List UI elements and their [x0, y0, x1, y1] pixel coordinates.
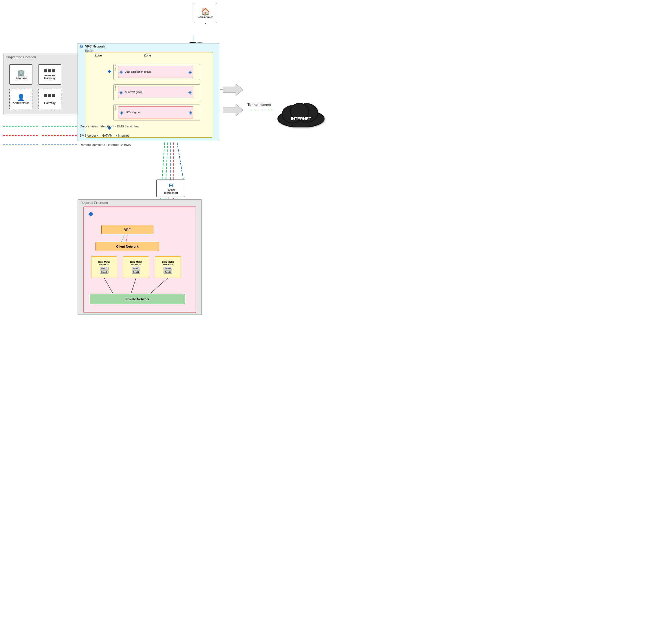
database-component: 🏢 Database: [9, 64, 32, 85]
inner-pink-box: ◆ VRF Client Network Bare MetalServer #1…: [83, 206, 196, 313]
legend-text-3: Remote location <– internet –> BMS: [80, 143, 131, 146]
svg-marker-34: [223, 104, 243, 116]
legend-line-red-2: [42, 135, 77, 136]
to-internet-label: To the internet: [248, 103, 271, 107]
diagram-container: 🏠 Administator INTERNET On-premises loca…: [0, 0, 336, 321]
legend-section: On-premises network <–> BMS traffic flow…: [3, 125, 139, 152]
administrator-top: 🏠 Administator: [194, 3, 217, 23]
administrator-onprem: 👤 Administator: [9, 89, 32, 109]
legend-item-3: Remote location <– internet –> BMS: [3, 143, 139, 146]
arrow-right-2: [223, 104, 243, 117]
gcp-logo: ◆: [88, 210, 93, 217]
legend-item-1: On-premises network <–> BMS traffic flow: [3, 125, 139, 128]
legend-line-green: [3, 126, 38, 127]
legend-line-red: [3, 135, 38, 136]
partner-interconnect: ⊞ PartnerInterconnect: [156, 180, 185, 197]
gateway2-component: ⬛⬛⬛ — — — Gateway: [38, 89, 61, 109]
bms-server-1: Bare MetalServer #1 Bond0 Bond1: [91, 256, 117, 278]
natvm-group: ◈ NATVM group ◈: [118, 106, 193, 118]
private-network-box: Private Network: [90, 294, 185, 304]
legend-text-1: On-premises network <–> BMS traffic flow: [80, 125, 139, 128]
on-premises-box: On-premises location 🏢 Database ⬛⬛⬛ — — …: [3, 54, 84, 114]
jumpvm-group: ◈ JumpVM group ◈: [118, 86, 193, 98]
entry-node-1: ◆: [108, 68, 111, 74]
legend-line-blue-2: [42, 144, 77, 145]
gateway1-component: ⬛⬛⬛ — — — Gateway: [38, 64, 61, 85]
bms-server-n: Bare MetalServer #N Bond0 Bond1: [155, 256, 181, 278]
zone-label-1: Zone: [95, 54, 102, 57]
svg-line-44: [150, 278, 168, 293]
client-network-box: Client Network: [95, 242, 159, 251]
svg-text:INTERNET: INTERNET: [291, 116, 311, 121]
svg-marker-33: [223, 84, 243, 95]
subnet-natvm: Subnet ◈ NATVM group ◈: [114, 104, 200, 120]
subnet-user-app: Subnet ◈ User application group ◈: [114, 64, 200, 80]
svg-line-42: [104, 278, 113, 293]
user-app-group: ◈ User application group ◈: [118, 66, 193, 78]
on-premises-label: On-premises location: [6, 55, 36, 59]
legend-line-blue: [3, 144, 38, 145]
legend-line-green-2: [42, 126, 77, 127]
internet-cloud-right: INTERNET: [275, 99, 327, 129]
zone-label-2: Zone: [144, 54, 151, 57]
legend-item-2: BMS server <– NATVM –> Internet: [3, 134, 139, 137]
svg-line-7: [176, 139, 184, 182]
arrow-right-1: [223, 84, 243, 97]
vrf-box: VRF: [101, 225, 154, 234]
legend-text-2: BMS server <– NATVM –> Internet: [80, 134, 129, 137]
subnet-jumpvm: Subnet ◈ JumpVM group ◈: [114, 84, 200, 100]
bms-server-2: Bare MetalServer #2 Bond0 Bond1: [123, 256, 149, 278]
svg-line-43: [131, 278, 136, 293]
